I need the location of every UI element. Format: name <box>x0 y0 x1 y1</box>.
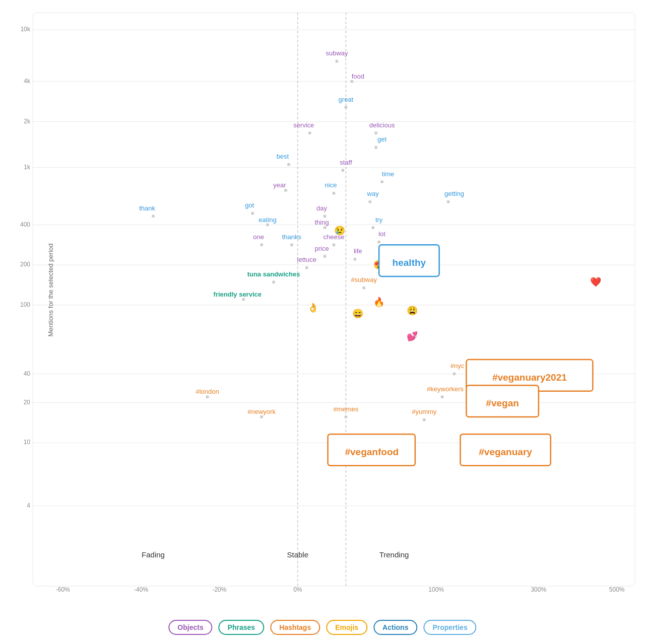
svg-text:😢: 😢 <box>334 225 346 236</box>
svg-point-67 <box>260 415 263 418</box>
svg-point-51 <box>266 223 269 226</box>
svg-text:Fading: Fading <box>142 550 165 559</box>
svg-point-45 <box>333 192 336 195</box>
svg-text:lettuce: lettuce <box>297 256 316 263</box>
svg-text:thanks: thanks <box>282 233 302 241</box>
svg-text:way: way <box>367 190 379 197</box>
svg-point-65 <box>441 395 444 398</box>
legend-objects[interactable]: Objects <box>168 620 212 635</box>
chart-svg: 10k 4k 2k 1k 400 200 100 40 20 10 4 -60%… <box>33 13 635 586</box>
svg-text:healthy: healthy <box>393 257 426 268</box>
svg-text:500%: 500% <box>609 586 625 593</box>
svg-point-48 <box>251 212 254 215</box>
svg-text:#yummy: #yummy <box>412 408 437 415</box>
legend-emojis[interactable]: Emojis <box>326 620 367 635</box>
svg-point-68 <box>344 415 347 418</box>
svg-point-62 <box>242 298 245 301</box>
svg-point-49 <box>324 214 327 218</box>
svg-point-57 <box>377 241 380 244</box>
svg-text:4k: 4k <box>24 78 31 85</box>
svg-text:life: life <box>354 247 362 255</box>
svg-point-47 <box>447 200 450 203</box>
svg-text:100: 100 <box>20 301 30 308</box>
svg-text:4: 4 <box>27 502 30 509</box>
svg-text:lot: lot <box>378 230 385 238</box>
svg-text:eating: eating <box>259 216 276 224</box>
svg-point-52 <box>324 226 327 229</box>
svg-point-60 <box>305 266 308 269</box>
svg-text:try: try <box>375 216 383 224</box>
svg-point-59 <box>353 258 356 261</box>
svg-text:nice: nice <box>325 181 337 189</box>
svg-text:💕: 💕 <box>407 331 418 342</box>
chart-container: Mentions for the selected period <box>0 0 645 644</box>
svg-text:#vegan: #vegan <box>486 398 519 408</box>
svg-text:#memes: #memes <box>333 405 358 413</box>
svg-text:Stable: Stable <box>287 550 309 559</box>
svg-point-56 <box>333 243 336 246</box>
svg-text:#newyork: #newyork <box>247 408 276 415</box>
svg-text:-20%: -20% <box>212 586 226 593</box>
svg-text:#subway: #subway <box>351 276 377 283</box>
svg-rect-0 <box>33 13 635 586</box>
svg-point-39 <box>374 131 377 134</box>
legend-properties[interactable]: Properties <box>423 620 476 635</box>
legend-hashtags[interactable]: Hashtags <box>270 620 320 635</box>
svg-text:get: get <box>377 135 386 143</box>
y-axis-label: Mentions for the selected period <box>47 243 54 336</box>
svg-point-42 <box>341 169 344 172</box>
svg-point-54 <box>260 243 263 246</box>
svg-point-69 <box>423 418 426 421</box>
svg-text:subway: subway <box>326 49 348 57</box>
svg-point-55 <box>290 243 293 246</box>
svg-text:food: food <box>352 73 364 80</box>
svg-point-61 <box>272 280 275 283</box>
svg-point-53 <box>371 226 374 229</box>
svg-text:❤️: ❤️ <box>590 276 602 288</box>
svg-text:best: best <box>277 153 289 160</box>
svg-text:got: got <box>245 201 254 209</box>
svg-text:2k: 2k <box>24 118 31 125</box>
svg-text:#veganfood: #veganfood <box>345 447 399 457</box>
svg-point-46 <box>368 200 371 203</box>
svg-text:thank: thank <box>139 204 155 212</box>
svg-text:1k: 1k <box>24 164 31 171</box>
svg-text:👌: 👌 <box>307 302 319 313</box>
svg-text:staff: staff <box>340 159 352 166</box>
svg-text:price: price <box>315 245 329 252</box>
svg-text:0%: 0% <box>293 586 302 593</box>
svg-text:300%: 300% <box>531 586 546 593</box>
svg-text:#veganuary: #veganuary <box>479 447 532 457</box>
svg-text:😩: 😩 <box>407 305 418 316</box>
svg-point-66 <box>206 395 209 398</box>
svg-point-64 <box>453 373 456 376</box>
legend: Objects Phrases Hashtags Emojis Actions … <box>168 620 476 635</box>
svg-text:tuna sandwiches: tuna sandwiches <box>247 270 300 278</box>
svg-point-43 <box>380 180 383 183</box>
svg-text:friendly service: friendly service <box>214 291 262 298</box>
legend-actions[interactable]: Actions <box>373 620 417 635</box>
svg-text:great: great <box>339 96 354 103</box>
svg-text:200: 200 <box>20 261 30 268</box>
svg-point-35 <box>335 60 338 63</box>
svg-point-36 <box>350 80 353 83</box>
svg-point-40 <box>374 146 377 149</box>
svg-text:🔥: 🔥 <box>373 297 385 308</box>
svg-text:getting: getting <box>444 190 464 197</box>
svg-point-50 <box>152 214 155 218</box>
svg-text:-60%: -60% <box>56 586 70 593</box>
svg-text:day: day <box>316 204 327 212</box>
svg-text:400: 400 <box>20 221 30 228</box>
svg-text:#veganuary2021: #veganuary2021 <box>492 372 567 383</box>
svg-point-41 <box>287 163 290 166</box>
legend-phrases[interactable]: Phrases <box>219 620 264 635</box>
svg-text:😄: 😄 <box>352 308 364 319</box>
svg-text:thing: thing <box>314 219 329 226</box>
svg-text:Trending: Trending <box>379 550 409 559</box>
svg-text:40: 40 <box>24 370 31 377</box>
svg-text:-40%: -40% <box>134 586 148 593</box>
svg-text:#nyc: #nyc <box>450 362 465 370</box>
svg-text:delicious: delicious <box>369 121 395 129</box>
svg-text:#london: #london <box>196 388 219 395</box>
svg-text:time: time <box>382 170 395 178</box>
